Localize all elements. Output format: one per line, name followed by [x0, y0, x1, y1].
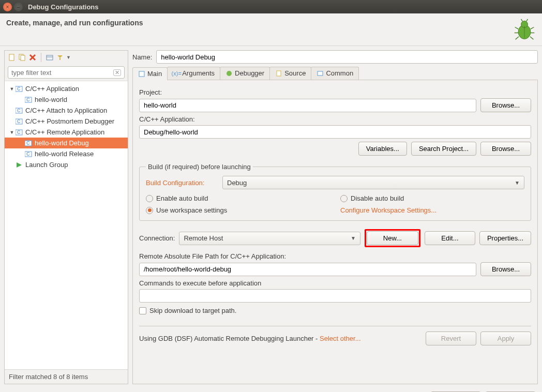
launcher-text: Using GDB (DSF) Automatic Remote Debuggi…: [139, 335, 361, 342]
tree-item[interactable]: Launch Group: [5, 159, 128, 170]
collapse-all-icon[interactable]: [46, 53, 54, 62]
search-project-button[interactable]: Search Project...: [411, 142, 476, 156]
debugger-tab-icon: [225, 70, 233, 77]
name-input[interactable]: [156, 50, 538, 64]
c-config-icon: c: [15, 85, 23, 93]
tab-arguments-label: Arguments: [182, 69, 215, 77]
tab-arguments[interactable]: (x)= Arguments: [167, 67, 220, 80]
filter-status: Filter matched 8 of 8 items: [5, 369, 128, 384]
debug-bug-icon: [513, 19, 536, 41]
svg-text:c: c: [17, 108, 21, 114]
edit-connection-button[interactable]: Edit...: [425, 231, 475, 245]
remote-path-input[interactable]: [139, 263, 476, 276]
name-label: Name:: [132, 53, 152, 61]
filter-dropdown-icon[interactable]: [56, 53, 64, 62]
build-config-label: Build Configuration:: [146, 179, 218, 187]
application-input[interactable]: [139, 125, 531, 139]
tab-common-label: Common: [326, 69, 353, 77]
tree-item[interactable]: chello-world Debug: [5, 138, 128, 148]
configurations-tree[interactable]: ▼cC/C++ Applicationchello-worldcC/C++ At…: [5, 81, 128, 369]
commands-input[interactable]: [139, 289, 531, 303]
main-tab-icon: [138, 70, 145, 78]
new-config-icon[interactable]: [8, 53, 16, 62]
apply-button[interactable]: Apply: [480, 331, 531, 345]
remote-path-label: Remote Absolute File Path for C/C++ Appl…: [139, 252, 531, 260]
chevron-down-icon: ▼: [351, 235, 356, 241]
tree-item[interactable]: chello-world: [5, 94, 128, 105]
connection-properties-button[interactable]: Properties...: [479, 231, 531, 245]
tab-debugger-label: Debugger: [235, 69, 264, 77]
commands-label: Commands to execute before application: [139, 279, 531, 287]
use-workspace-settings-radio[interactable]: Use workspace settings: [146, 206, 330, 214]
configure-workspace-link[interactable]: Configure Workspace Settings...: [340, 206, 524, 214]
filter-text-box[interactable]: ✕: [8, 66, 125, 79]
tab-common[interactable]: Common: [311, 67, 359, 80]
svg-text:c: c: [26, 140, 30, 146]
connection-select[interactable]: Remote Host ▼: [179, 232, 360, 245]
tree-item[interactable]: chello-world Release: [5, 148, 128, 159]
window-minimize-button[interactable]: –: [14, 3, 23, 11]
tree-item[interactable]: ▼cC/C++ Remote Application: [5, 127, 128, 138]
remote-path-browse-button[interactable]: Browse...: [480, 262, 531, 276]
common-tab-icon: [317, 70, 324, 77]
new-connection-highlight: New...: [365, 229, 420, 247]
svg-rect-17: [47, 55, 53, 60]
c-config-icon: c: [15, 129, 23, 136]
dialog-bottom-bar: ? Close Debug: [0, 388, 542, 392]
project-input[interactable]: [139, 99, 476, 112]
window-titlebar: × – Debug Configurations: [0, 0, 542, 13]
chevron-down-icon[interactable]: ▼: [66, 55, 71, 60]
c-config-icon: c: [15, 107, 23, 114]
left-toolbar: ▼: [5, 51, 128, 64]
svg-line-4: [515, 27, 518, 29]
delete-config-icon[interactable]: [28, 53, 37, 62]
svg-rect-37: [277, 71, 281, 76]
project-browse-button[interactable]: Browse...: [480, 98, 531, 112]
tree-item[interactable]: cC/C++ Postmortem Debugger: [5, 116, 128, 127]
chevron-down-icon: ▼: [515, 180, 520, 186]
build-config-value: Debug: [227, 179, 247, 187]
svg-line-9: [530, 37, 533, 40]
select-other-launcher-link[interactable]: Select other...: [320, 335, 361, 342]
source-tab-icon: [275, 70, 282, 77]
svg-text:c: c: [17, 129, 21, 135]
new-connection-button[interactable]: New...: [367, 231, 418, 245]
build-config-select[interactable]: Debug ▼: [222, 176, 524, 189]
svg-line-10: [521, 19, 523, 22]
tab-source[interactable]: Source: [269, 67, 311, 80]
build-legend: Build (if required) before launching: [146, 163, 253, 171]
variables-button[interactable]: Variables...: [358, 142, 407, 156]
dialog-subtitle: Create, manage, and run configurations: [6, 19, 143, 27]
svg-line-6: [516, 37, 519, 40]
svg-text:c: c: [26, 151, 30, 157]
svg-line-11: [526, 19, 528, 22]
window-title: Debug Configurations: [28, 3, 99, 11]
enable-auto-build-radio[interactable]: Enable auto build: [146, 194, 330, 202]
tree-item[interactable]: cC/C++ Attach to Application: [5, 105, 128, 116]
filter-input[interactable]: [11, 69, 113, 77]
clear-filter-icon[interactable]: ✕: [113, 69, 121, 76]
window-close-button[interactable]: ×: [3, 3, 12, 11]
c-config-icon: c: [24, 150, 33, 158]
disable-auto-build-radio[interactable]: Disable auto build: [340, 194, 524, 202]
configurations-panel: ▼ ✕ ▼cC/C++ Applicationchello-worldcC/C+…: [4, 50, 128, 384]
tree-item[interactable]: ▼cC/C++ Application: [5, 83, 128, 94]
application-browse-button[interactable]: Browse...: [480, 142, 531, 156]
launch-group-icon: [15, 161, 23, 169]
c-config-icon: c: [15, 118, 23, 125]
svg-marker-34: [17, 162, 22, 168]
svg-rect-35: [139, 71, 144, 77]
svg-line-7: [531, 27, 534, 29]
project-label: Project:: [139, 88, 531, 96]
skip-download-checkbox[interactable]: [139, 307, 146, 314]
svg-point-36: [227, 71, 232, 76]
svg-text:c: c: [17, 86, 21, 92]
svg-text:c: c: [26, 97, 30, 103]
duplicate-config-icon[interactable]: [18, 53, 26, 62]
revert-button[interactable]: Revert: [426, 331, 476, 345]
config-editor-panel: Name: Main (x)= Arguments Debugger Sourc…: [132, 50, 538, 384]
tab-debugger[interactable]: Debugger: [220, 67, 270, 80]
tab-main-label: Main: [147, 70, 162, 78]
arguments-tab-icon: (x)=: [173, 70, 180, 77]
tab-main[interactable]: Main: [132, 67, 168, 80]
